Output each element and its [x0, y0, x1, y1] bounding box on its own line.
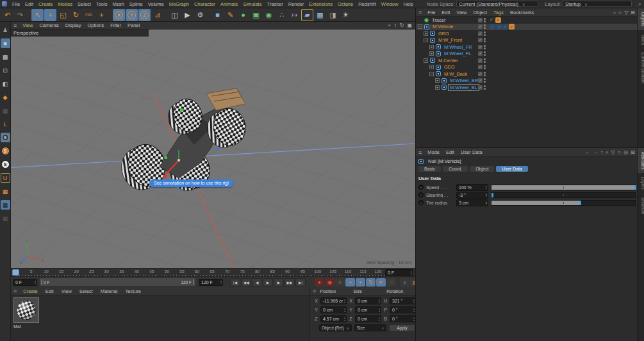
pan-view-icon[interactable]: +: [388, 22, 391, 28]
stepper-icon[interactable]: ▴▾: [33, 280, 36, 284]
key-pla-button[interactable]: ∷: [386, 278, 396, 287]
home-icon[interactable]: ⌂: [618, 10, 622, 15]
autokey-button[interactable]: ◉: [325, 278, 334, 287]
sound-button[interactable]: ♪: [400, 278, 409, 287]
visibility-dots-icon[interactable]: [484, 31, 486, 36]
object-name[interactable]: M:Vehicle: [433, 24, 454, 29]
visibility-dots-icon[interactable]: [484, 38, 486, 42]
xpresso-tag-icon[interactable]: ∷: [490, 24, 495, 29]
visibility-dots-icon[interactable]: [484, 58, 486, 63]
parameter-port-icon[interactable]: ›: [418, 200, 424, 205]
menubar-item[interactable]: Tools: [94, 1, 110, 7]
menubar-item[interactable]: MoGraph: [167, 1, 192, 7]
texture-mode-icon[interactable]: ▩: [1, 52, 10, 62]
side-tab[interactable]: Objects: [638, 8, 644, 30]
edge-mode-icon[interactable]: ◧: [1, 79, 10, 88]
expand-toggle-icon[interactable]: −: [424, 38, 428, 42]
slider-handle[interactable]: [491, 193, 493, 197]
parameter-value-field[interactable]: 100 %▴▾: [456, 184, 488, 191]
visibility-toggles[interactable]: [478, 24, 486, 29]
enable-toggle-icon[interactable]: [478, 72, 483, 76]
object-row[interactable]: −M:Vehicle∷∷∷≡: [416, 24, 637, 31]
stepper-icon[interactable]: ▴▾: [343, 317, 345, 320]
object-manager-menu-item[interactable]: View: [453, 10, 470, 15]
expand-toggle-icon[interactable]: +: [424, 31, 428, 36]
visibility-dots-icon[interactable]: [484, 85, 486, 90]
menubar-item[interactable]: Animate: [218, 1, 241, 7]
object-name[interactable]: M:Center: [438, 58, 458, 63]
expand-toggle-icon[interactable]: +: [429, 65, 434, 69]
visibility-dots-icon[interactable]: [484, 51, 486, 56]
object-row[interactable]: +M:Wheel_FR: [416, 44, 637, 51]
prev-frame-button[interactable]: ◀: [252, 278, 262, 287]
menubar-item[interactable]: Volume: [145, 1, 167, 7]
viewport-menu-item[interactable]: View: [19, 22, 36, 28]
coord-system-icon[interactable]: ⊿: [151, 9, 163, 21]
axis-modifier-icon[interactable]: +: [95, 9, 108, 21]
stepper-icon[interactable]: ▴▾: [412, 308, 415, 312]
visibility-toggles[interactable]: [478, 85, 486, 90]
keyframe-selection-button[interactable]: ○: [335, 278, 345, 287]
menubar-item[interactable]: Create: [36, 1, 56, 7]
position-mode-dropdown[interactable]: Object (Rel)∨: [319, 324, 352, 331]
object-row[interactable]: +M:Wheel_FL: [416, 51, 637, 58]
visibility-toggles[interactable]: [478, 78, 486, 83]
menubar-item[interactable]: Window: [379, 1, 401, 7]
render-settings-icon[interactable]: ⚙: [194, 9, 206, 21]
floor-icon[interactable]: ▦: [314, 9, 326, 21]
enable-toggle-icon[interactable]: [478, 58, 483, 63]
note-tag-icon[interactable]: ≡: [495, 17, 501, 23]
attribute-tab[interactable]: Basic: [418, 166, 441, 172]
toggle-view-icon[interactable]: ▣: [407, 22, 412, 28]
xpresso-tag-icon[interactable]: ∷: [502, 24, 508, 29]
object-row[interactable]: −M:W_Back: [416, 71, 637, 78]
y-axis-lock-icon[interactable]: Y: [126, 9, 138, 21]
stepper-icon[interactable]: ▴▾: [343, 308, 345, 312]
menubar-item[interactable]: Simulate: [240, 1, 264, 7]
parameter-value-field[interactable]: 3 cm▴▾: [456, 199, 488, 206]
hamburger-icon[interactable]: ≡: [418, 9, 422, 15]
stepper-icon[interactable]: ▴▾: [219, 280, 222, 284]
parameter-slider[interactable]: [491, 185, 636, 190]
capsule-icon[interactable]: ▰: [301, 9, 313, 21]
enable-toggle-icon[interactable]: [478, 18, 483, 22]
make-editable-icon[interactable]: ♟: [1, 25, 10, 35]
viewport-solo-hierarchy-icon[interactable]: S: [1, 160, 10, 169]
move-icon[interactable]: +: [44, 9, 56, 21]
undo-icon[interactable]: ↶: [1, 9, 13, 21]
visibility-toggles[interactable]: [478, 18, 486, 22]
camera-label[interactable]: Perspective: [11, 29, 149, 37]
visibility-dots-icon[interactable]: [484, 18, 486, 22]
visibility-dots-icon[interactable]: [484, 78, 486, 83]
rotation-value-field[interactable]: 0 °▴▾: [390, 315, 416, 322]
xpresso-tag-icon[interactable]: ∷: [496, 24, 502, 29]
object-name[interactable]: GEO: [438, 31, 449, 37]
visibility-toggles[interactable]: [478, 72, 486, 76]
note-tag-icon[interactable]: ≡: [509, 24, 515, 29]
visibility-toggles[interactable]: [478, 58, 486, 63]
search-icon[interactable]: ⌕: [638, 1, 641, 8]
material-menu-item[interactable]: Edit: [42, 288, 58, 294]
stepper-icon[interactable]: ▴▾: [412, 317, 415, 320]
material-menu-item[interactable]: Material: [97, 288, 122, 294]
attribute-menu-item[interactable]: Edit: [443, 149, 458, 155]
point-mode-icon[interactable]: ⊡: [1, 65, 10, 75]
timeline-playhead[interactable]: [12, 269, 19, 276]
object-name[interactable]: M:Wheel_BL: [450, 85, 477, 90]
side-tab[interactable]: Structure: [638, 194, 644, 218]
light-icon[interactable]: ☀: [340, 9, 352, 21]
menubar-item[interactable]: Extensions: [306, 1, 335, 7]
camera-icon[interactable]: ◨: [327, 9, 339, 21]
workplane-snap-icon[interactable]: ▦: [1, 200, 10, 210]
object-row[interactable]: +M:Wheel_BL: [416, 84, 637, 91]
model-mode-icon[interactable]: ■: [1, 38, 10, 48]
filter-icon[interactable]: ▽: [624, 10, 628, 15]
range-start-field[interactable]: 0 F ▴▾: [13, 279, 37, 286]
visibility-dots-icon[interactable]: [484, 72, 486, 76]
timeline-range-slider[interactable]: 0 F120 F: [40, 278, 195, 286]
slider-handle[interactable]: [634, 185, 636, 190]
object-row[interactable]: −M:Center: [416, 57, 637, 64]
side-tab[interactable]: Content Browser: [638, 49, 644, 87]
stepper-icon[interactable]: ▴▾: [409, 270, 412, 274]
attribute-tab[interactable]: Object: [470, 166, 494, 172]
